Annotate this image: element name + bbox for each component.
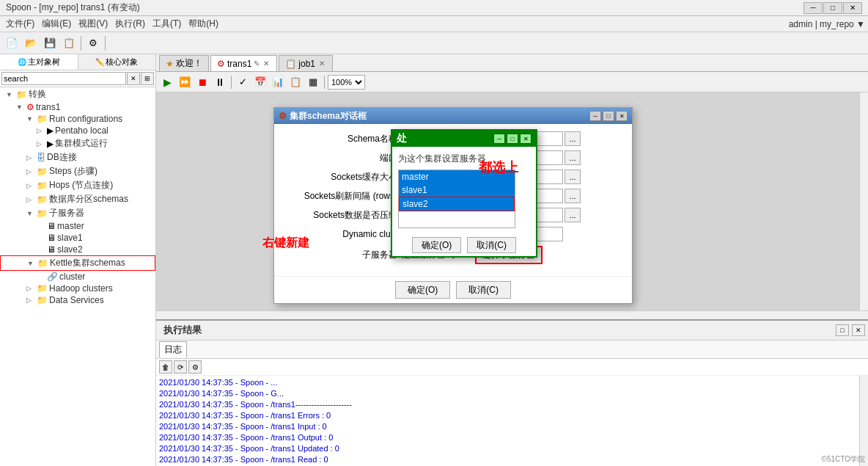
maximize-btn[interactable]: □ [823,2,842,14]
tb-schedule[interactable]: 📅 [252,74,268,90]
tree-item[interactable]: ▷ 📁 Hops (节点连接) [0,178,155,192]
server-list[interactable]: master slave1 slave2 [398,170,515,228]
server-icon: 🖥 [47,244,56,255]
server-dialog-close[interactable]: ✕ [520,134,532,144]
search-expand-btn[interactable]: ⊞ [141,72,154,85]
tree-item[interactable]: ▼ 📁 转换 [0,87,155,101]
log-settings-btn[interactable]: ⚙ [188,360,202,374]
tree-item[interactable]: ▷ ▶ 集群模式运行 [0,136,155,150]
menu-edit[interactable]: 编辑(E) [39,16,74,32]
expand-icon: ▷ [26,285,37,292]
tree-item[interactable]: ▷ 📁 Data Services [0,294,155,306]
search-clear-btn[interactable]: ✕ [127,72,140,85]
sidebar-tab-main[interactable]: 🌐 主对象树 [0,54,78,70]
expand-icon: ▼ [6,91,16,98]
tab-trans1[interactable]: ⚙ trans1 ✎ ✕ [210,55,277,71]
menu-file[interactable]: 文件(F) [3,16,37,32]
tree-item[interactable]: ▷ 📁 数据库分区schemas [0,192,155,206]
tab-job1-close[interactable]: ✕ [317,59,326,68]
log-refresh-btn[interactable]: ⟳ [174,360,187,374]
server-dialog-cancel[interactable]: 取消(C) [467,237,516,253]
tree-item[interactable]: ▷ 🗄 DB连接 [0,150,155,164]
bottom-expand-btn[interactable]: □ [836,324,849,336]
menu-run[interactable]: 执行(R) [112,16,148,32]
cluster-dialog-maximize[interactable]: □ [603,111,614,121]
tree-label: Run configurations [49,114,122,124]
menu-help[interactable]: 帮助(H) [185,16,221,32]
tb-check[interactable]: ✓ [235,74,251,90]
cluster-dialog-minimize[interactable]: ─ [589,111,601,121]
tree-item[interactable]: 🖥 master [0,220,155,232]
close-btn[interactable]: ✕ [843,2,862,14]
expand-icon: ▷ [26,296,37,304]
tree-item[interactable]: ▼ ⚙ trans1 [0,101,155,113]
cluster-dialog-footer: 确定(O) 取消(C) [274,276,632,303]
sockets-flush-browse[interactable]: ... [564,189,581,203]
zoom-select[interactable]: 100% 75% 50% [328,75,365,90]
sockets-buffer-browse[interactable]: ... [564,170,581,184]
expand-icon: ▷ [26,182,37,189]
tree-item[interactable]: ▷ 📁 Hadoop clusters [0,283,155,294]
server-item-slave2[interactable]: slave2 [399,197,515,211]
tb-pause[interactable]: ⏸ [212,74,228,90]
search-input[interactable] [1,72,126,85]
menu-view[interactable]: 视图(V) [76,16,111,32]
sub-toolbar: ▶ ⏩ ⏹ ⏸ ✓ 📅 📊 📋 ▦ 100% 75% 50% [156,72,868,92]
server-dialog-ok[interactable]: 确定(O) [412,237,461,253]
bottom-tab-results[interactable]: 执行结果 [159,322,206,338]
server-dialog-minimize[interactable]: ─ [493,134,505,144]
folder-icon: 📁 [37,258,48,269]
tree-label: Kettle集群schemas [50,257,125,269]
tb-save[interactable]: 💾 [41,34,59,52]
server-dialog-maximize[interactable]: □ [507,134,518,144]
tree-item[interactable]: 🖥 slave2 [0,244,155,255]
minimize-btn[interactable]: ─ [803,2,823,14]
tree-item[interactable]: ▼ 📁 Run configurations [0,113,155,125]
folder-icon: 📁 [37,181,48,191]
server-icon: 🖥 [47,233,56,243]
tab-bar: ★ 欢迎！ ⚙ trans1 ✎ ✕ 📋 job1 ✕ [156,54,868,72]
tree-item[interactable]: ▷ 📁 Steps (步骤) [0,164,155,178]
folder-icon: 📁 [37,283,48,294]
menu-tools[interactable]: 工具(T) [150,16,184,32]
tb-stop[interactable]: ⏹ [194,74,210,90]
tree-item[interactable]: 🔗 cluster [0,271,155,283]
expand-icon: ▷ [37,140,47,148]
tb-save-as[interactable]: 📋 [60,34,78,52]
tab-welcome[interactable]: ★ 欢迎！ [159,55,209,71]
sub-server-label: 子服务器 [284,249,402,261]
tree-label: slave1 [57,233,83,243]
sockets-compress-browse[interactable]: ... [564,208,581,222]
tb-monitor[interactable]: 📊 [270,74,286,90]
tree-item[interactable]: ▷ ▶ Pentaho local [0,125,155,136]
cluster-dialog-close[interactable]: ✕ [616,111,628,121]
server-item-slave1[interactable]: slave1 [399,183,515,197]
tb-grid[interactable]: ▦ [305,74,321,90]
server-item-master[interactable]: master [399,170,515,183]
log-line: 2021/01/30 14:37:35 - Spoon - /trans1 Er… [159,410,865,421]
server-select-dialog[interactable]: 处 ─ □ ✕ 为这个集群设置服务器 master [391,129,537,258]
sidebar-tab-core[interactable]: ✏️ 核心对象 [78,54,156,70]
db-icon: 🗄 [37,153,45,163]
schema-name-browse[interactable]: ... [564,131,581,146]
tab-job1[interactable]: 📋 job1 ✕ [279,55,333,71]
tab-trans1-close[interactable]: ✕ [262,59,271,68]
tree-item[interactable]: 🖥 slave1 [0,232,155,244]
tree-item-kettle-schemas[interactable]: ▼ 📁 Kettle集群schemas [0,255,155,271]
sidebar: 🌐 主对象树 ✏️ 核心对象 ✕ ⊞ [0,54,156,466]
cluster-dialog-ok[interactable]: 确定(O) [395,281,450,299]
tree-item[interactable]: ▼ 📁 子服务器 [0,206,155,220]
cluster-dialog-cancel[interactable]: 取消(C) [456,281,511,299]
port-browse[interactable]: ... [564,150,581,165]
tb-settings[interactable]: ⚙ [84,34,102,52]
tb-data[interactable]: 📋 [287,74,304,90]
tb-new[interactable]: 📄 [3,34,21,52]
log-clear-btn[interactable]: 🗑 [159,360,172,374]
tb-play[interactable]: ▶ [159,74,175,90]
tb-preview[interactable]: ⏩ [177,74,193,90]
log-tab[interactable]: 日志 [159,341,187,357]
folder-icon: 📁 [37,114,48,124]
tree-label: Steps (步骤) [49,165,98,178]
bottom-close-btn[interactable]: ✕ [852,324,865,336]
tb-open[interactable]: 📂 [22,34,40,52]
